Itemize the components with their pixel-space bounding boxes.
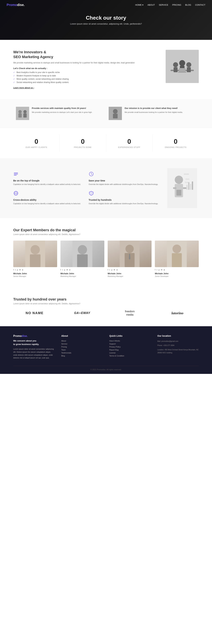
team-photo-svg-3 [108,240,152,267]
social-facebook-4[interactable]: f [155,269,155,271]
phone-label: Phone: [157,344,163,346]
stat-number-3: 0 [109,138,149,145]
social-email-1[interactable]: ✉ [19,269,21,271]
stat-label-2: PROJECTS DONE [63,146,103,148]
about-title: We're Innovators &SEO Marketing Agency [13,50,159,59]
team-card-4: f t p ✉ ● Michale John Junior Developer [155,240,199,277]
svg-rect-3 [174,67,178,72]
about-image [166,50,199,83]
nav-home[interactable]: HOME ▾ [135,4,144,6]
services-row: Provide services with maintain quality f… [0,99,212,128]
learn-more-link[interactable]: Learn more about us [13,87,34,89]
social-twitter-1[interactable]: t [15,269,15,271]
footer-bottom: © 2021 Promodise. All rights reserved. [13,366,199,370]
social-pinterest-3[interactable]: p [111,269,112,271]
social-email-3[interactable]: ✉ [114,269,115,271]
social-facebook-1[interactable]: f [13,269,14,271]
features-grid: Be on the top of Google Capitalize on lo… [13,171,159,205]
footer-quicklinks-title: Quick Links [109,334,151,337]
stat-number-2: 0 [63,138,103,145]
social-pinterest-1[interactable]: p [17,269,18,271]
svg-point-51 [173,244,181,253]
feature-title-2: Save your time [89,179,159,182]
about-text: We're Innovators &SEO Marketing Agency W… [13,50,159,89]
footer-link-testimonials[interactable]: Testimonials [61,352,103,354]
social-pinterest-4[interactable]: p [159,269,159,271]
social-facebook-3[interactable]: f [108,269,108,271]
svg-rect-42 [30,254,41,267]
service-content-2: Our mission is to provide our client wha… [124,107,183,114]
about-list: Best Analytics Audits to your site in sp… [13,71,159,84]
nav-blog[interactable]: BLOG [185,4,191,6]
footer-brand: Promodise. [13,334,55,338]
footer-link-howitworks[interactable]: How it Works [109,340,151,342]
footer-about-title: About [61,334,103,337]
social-pinterest-2[interactable]: p [64,269,65,271]
social-facebook-2[interactable]: f [60,269,61,271]
shield-icon [89,190,159,197]
social-twitter-2[interactable]: t [62,269,63,271]
svg-rect-7 [187,67,191,72]
about-list-title: Let's Check what we do actually : [13,67,159,70]
nav-service[interactable]: SERVICE [159,4,168,6]
team-title: Our Expert Members do the magical [13,228,199,232]
nav-about[interactable]: ABOUT [147,4,155,6]
feature-title-1: Be on the top of Google [13,179,84,182]
social-twitter-3[interactable]: t [109,269,110,271]
footer-col-quicklinks: Quick Links How it Works Support Privacy… [109,334,151,361]
social-email-4[interactable]: ✉ [161,269,162,271]
navbar-links: HOME ▾ ABOUT SERVICE PRICING BLOG CONTAC… [135,4,205,6]
footer-link-terms[interactable]: Terms & Condition [109,355,151,357]
social-other-1[interactable]: ● [22,269,23,271]
team-name-2: Michale John [60,272,104,275]
footer-phone: Phone: +202-277-3694 [157,344,199,347]
footer-link-reportbug[interactable]: Report Bug [109,349,151,351]
stats-section: 0 OUR HAPPY CLIENTS 0 PROJECTS DONE 0 EX… [0,128,212,158]
logo-first: Promo [7,3,17,7]
stat-projects-done: 0 PROJECTS DONE [60,134,106,152]
svg-point-13 [23,110,27,114]
list-item: Best Analytics Audits to your site in sp… [13,71,159,74]
social-other-3[interactable]: ● [116,269,117,271]
footer-link-license[interactable]: License [109,352,151,354]
service-img-svg-1 [16,107,29,120]
footer-link-about[interactable]: About [61,340,103,342]
footer-tagline: We concern about youto grow business rap… [13,339,55,346]
team-photo-4 [155,240,199,267]
nav-contact[interactable]: CONTACT [195,4,205,6]
footer-link-privacy[interactable]: Privacy Policy [109,346,151,348]
svg-point-16 [113,109,117,114]
stat-number-4: 0 [156,138,196,145]
feature-time: Save your time Override the digital divi… [89,171,159,186]
team-role-1: Senior Manager [13,275,57,277]
client-logo-gateway: GA▼EWAY [61,311,104,315]
svg-rect-18 [14,173,18,173]
svg-point-41 [31,245,40,254]
social-twitter-4[interactable]: t [157,269,157,271]
social-email-2[interactable]: ✉ [66,269,68,271]
footer-col-contact: Our location Mail: promodise@gmail.com P… [157,334,199,361]
svg-rect-33 [190,184,191,190]
footer-contact-title: Our location [157,334,199,337]
footer-link-pricing[interactable]: Pricing [61,346,103,348]
svg-rect-10 [16,107,29,120]
clients-title: Trusted by hundred over years [13,297,199,302]
nav-pricing[interactable]: PRICING [172,4,181,6]
features-image: www IDEA TEAM [167,168,197,208]
footer-link-service[interactable]: Service [61,343,103,345]
client-logo-noname: NO NAME [13,311,56,315]
footer-link-blog[interactable]: Blog [61,355,103,357]
svg-text:www: www [184,173,189,175]
social-other-4[interactable]: ● [164,269,165,271]
stat-happy-clients: 0 OUR HAPPY CLIENTS [13,134,60,152]
stat-label-1: OUR HAPPY CLIENTS [16,146,56,148]
footer-link-support[interactable]: Support [109,343,151,345]
social-other-2[interactable]: ● [69,269,70,271]
about-section: We're Innovators &SEO Marketing Agency W… [0,40,212,99]
team-section: Our Expert Members do the magical Lorem … [0,218,212,287]
service-desc-2: We provide small businesses looking for … [124,111,183,114]
team-socials-4: f t p ✉ ● [155,269,199,271]
footer-link-team[interactable]: Team [61,349,103,351]
team-socials-1: f t p ✉ ● [13,269,57,271]
service-title-1: Provide services with maintain quality f… [32,107,92,110]
